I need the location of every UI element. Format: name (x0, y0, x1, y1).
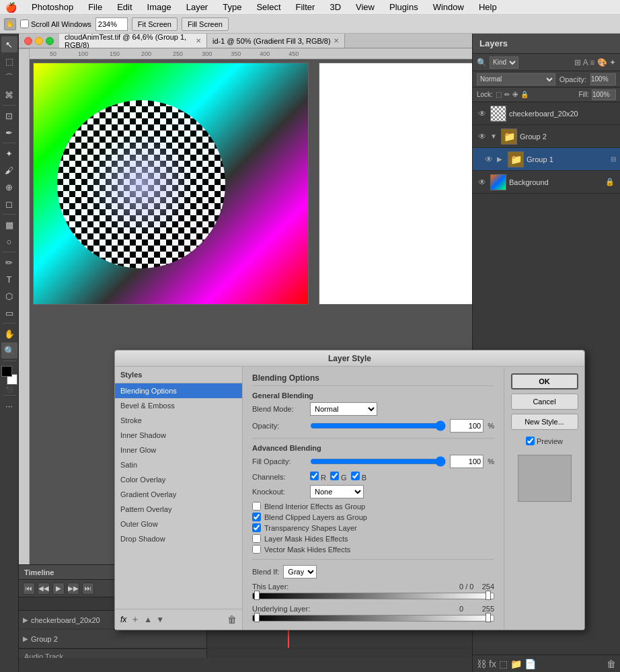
ok-button[interactable]: OK (511, 373, 578, 389)
new-style-button[interactable]: New Style... (511, 414, 578, 430)
blend-mode-select[interactable]: Normal (477, 73, 555, 85)
channel-b-label[interactable]: B (351, 472, 366, 482)
tl-layer-group2[interactable]: ▶ Group 2 (19, 630, 206, 648)
menu-file[interactable]: File (85, 1, 105, 13)
fill-opacity-input[interactable] (450, 455, 483, 468)
cb-transparency-shapes-check[interactable] (252, 523, 261, 532)
style-item-gradient-overlay[interactable]: Gradient Overlay (115, 487, 242, 502)
minimize-window-button[interactable] (35, 37, 43, 45)
channel-g-checkbox[interactable] (330, 472, 339, 480)
foreground-color-swatch[interactable] (1, 366, 12, 377)
lock-position-icon[interactable]: ✙ (512, 91, 518, 98)
cb-vector-mask-check[interactable] (252, 545, 261, 554)
add-style-icon[interactable]: fx (489, 659, 496, 669)
menu-plugins[interactable]: Plugins (387, 1, 421, 13)
path-tool[interactable]: ⬡ (1, 288, 17, 304)
style-item-inner-glow[interactable]: Inner Glow (115, 443, 242, 457)
fit-screen-button[interactable]: Fit Screen (132, 17, 178, 31)
layer-options-icon[interactable]: ⊟ (611, 155, 616, 163)
heal-tool[interactable]: ✦ (1, 145, 17, 161)
menu-image[interactable]: Image (145, 1, 174, 13)
menu-select[interactable]: Select (254, 1, 283, 13)
zoom-input[interactable] (95, 17, 128, 31)
layer-item-background[interactable]: 👁 Background 🔒 (473, 171, 620, 194)
maximize-window-button[interactable] (46, 37, 54, 45)
step-forward-button[interactable]: ▶▶ (67, 583, 79, 595)
dodge-tool[interactable]: ○ (1, 233, 17, 250)
close-tab-2-icon[interactable]: ✕ (334, 37, 339, 44)
blend-mode-dialog-select[interactable]: Normal (310, 402, 377, 416)
more-tools[interactable]: ··· (1, 398, 17, 414)
play-button[interactable]: ▶ (52, 583, 65, 595)
hand-tool[interactable]: ✋ (1, 326, 17, 342)
blend-if-select[interactable]: Gray (283, 565, 317, 578)
scroll-all-windows-checkbox[interactable] (20, 20, 29, 28)
menu-photoshop[interactable]: Photoshop (29, 1, 76, 13)
eyedropper-tool[interactable]: ✒ (1, 124, 17, 141)
document-tab-2[interactable]: id-1 @ 50% (Gradient Fill 3, RGB/8) ✕ (207, 34, 345, 48)
add-style-btn[interactable]: ＋ (130, 613, 140, 626)
scroll-all-windows-label[interactable]: Scroll All Windows (20, 20, 91, 28)
layer-visibility-group2[interactable]: 👁 (477, 131, 488, 142)
go-to-end-button[interactable]: ⏭ (82, 583, 94, 595)
style-item-drop-shadow[interactable]: Drop Shadow (115, 531, 242, 546)
opacity-dialog-input[interactable] (450, 419, 483, 433)
menu-help[interactable]: Help (476, 1, 500, 13)
clone-tool[interactable]: ⊕ (1, 179, 17, 195)
layer-item-group2[interactable]: 👁 ▼ 📁 Group 2 (473, 125, 620, 148)
channel-r-checkbox[interactable] (310, 472, 319, 480)
opacity-input[interactable] (590, 73, 616, 85)
knockout-select[interactable]: None (310, 485, 364, 498)
lock-all-icon[interactable]: 🔒 (520, 91, 529, 98)
this-layer-left-handle[interactable] (254, 591, 260, 600)
move-style-up-btn[interactable]: ▲ (144, 615, 152, 624)
eraser-tool[interactable]: ◻ (1, 196, 17, 212)
underlying-layer-right-handle[interactable] (486, 613, 491, 622)
menu-edit[interactable]: Edit (114, 1, 134, 13)
layer-visibility-checkerboard[interactable]: 👁 (477, 108, 488, 119)
fill-opacity-slider[interactable] (310, 457, 446, 466)
preview-checkbox[interactable] (526, 437, 535, 445)
add-mask-icon[interactable]: ⬚ (499, 659, 508, 669)
audio-track-item[interactable]: Audio Track (19, 648, 206, 658)
document-tab-1[interactable]: cloudAnimTest.tif @ 64,6% (Group 1, RGB/… (59, 34, 207, 48)
quick-select-tool[interactable]: ⌘ (1, 87, 17, 103)
lock-pixels-icon[interactable]: ✏ (504, 91, 510, 98)
step-back-button[interactable]: ◀◀ (38, 583, 50, 595)
go-to-start-button[interactable]: ⏮ (23, 583, 35, 595)
style-item-stroke[interactable]: Stroke (115, 413, 242, 428)
layer-item-checkerboard[interactable]: 👁 checkerboard_20x20 (473, 102, 620, 125)
menu-3d[interactable]: 3D (327, 1, 344, 13)
cancel-button[interactable]: Cancel (511, 394, 578, 410)
delete-style-btn[interactable]: 🗑 (227, 614, 237, 625)
style-item-pattern-overlay[interactable]: Pattern Overlay (115, 502, 242, 517)
underlying-layer-left-handle[interactable] (254, 613, 260, 622)
layer-type-filter[interactable]: Kind (490, 57, 518, 69)
opacity-dialog-slider[interactable] (310, 421, 446, 431)
this-layer-right-handle[interactable] (486, 591, 491, 600)
gradient-tool[interactable]: ▦ (1, 217, 17, 233)
pen-tool[interactable]: ✏ (1, 254, 17, 270)
close-window-button[interactable] (24, 37, 32, 45)
menu-window[interactable]: Window (430, 1, 467, 13)
style-item-bevel[interactable]: Bevel & Emboss (115, 398, 242, 413)
menu-view[interactable]: View (353, 1, 377, 13)
menu-filter[interactable]: Filter (293, 1, 318, 13)
channel-r-label[interactable]: R (310, 472, 326, 482)
layer-expander-group2[interactable]: ▼ (490, 133, 498, 140)
channel-b-checkbox[interactable] (351, 472, 360, 480)
default-colors-icon[interactable]: ⬛ (6, 387, 13, 393)
crop-tool[interactable]: ⊡ (1, 108, 17, 124)
delete-layer-icon[interactable]: 🗑 (607, 659, 616, 669)
brush-tool[interactable]: 🖌 (1, 162, 17, 178)
fill-screen-button[interactable]: Fill Screen (182, 17, 229, 31)
move-style-down-btn[interactable]: ▼ (156, 615, 164, 624)
shape-tool[interactable]: ▭ (1, 305, 17, 321)
cb-blend-interior-check[interactable] (252, 502, 261, 511)
style-item-color-overlay[interactable]: Color Overlay (115, 472, 242, 487)
fill-input[interactable] (592, 89, 616, 100)
cb-blend-clipped-check[interactable] (252, 513, 261, 521)
style-item-inner-shadow[interactable]: Inner Shadow (115, 428, 242, 443)
channel-g-label[interactable]: G (330, 472, 347, 482)
cb-layer-mask-check[interactable] (252, 534, 261, 543)
